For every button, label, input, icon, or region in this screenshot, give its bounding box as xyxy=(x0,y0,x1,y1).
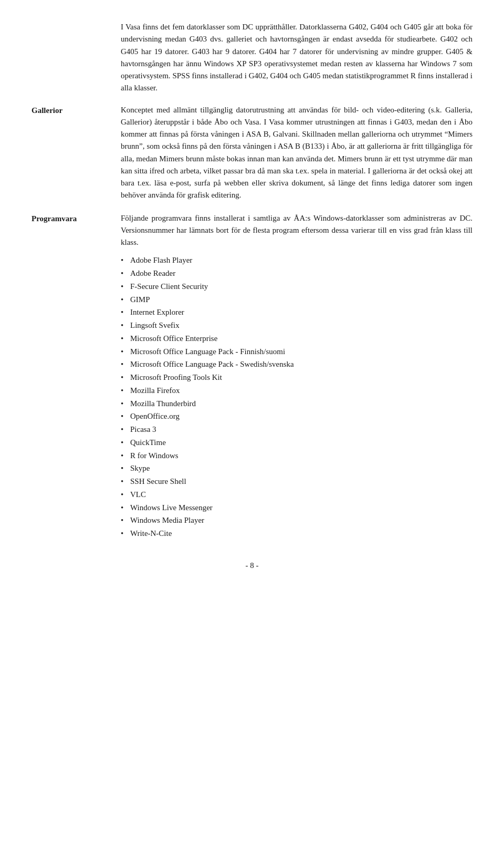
list-item: Mozilla Firefox xyxy=(121,384,472,397)
programvara-content: Följande programvara finns installerat i… xyxy=(116,212,472,540)
gallerior-paragraph1: Konceptet med allmänt tillgänglig datoru… xyxy=(116,104,472,202)
programvara-section: Programvara Följande programvara finns i… xyxy=(32,212,472,540)
list-item: Adobe Reader xyxy=(121,267,472,280)
software-list: Adobe Flash PlayerAdobe ReaderF-Secure C… xyxy=(116,254,472,540)
intro-paragraph: I Vasa finns det fem datorklasser som DC… xyxy=(121,21,472,95)
programvara-sidebar: Programvara xyxy=(32,212,116,540)
intro-content: I Vasa finns det fem datorklasser som DC… xyxy=(116,21,472,95)
list-item: VLC xyxy=(121,488,472,501)
list-item: GIMP xyxy=(121,293,472,306)
list-item: Microsoft Office Enterprise xyxy=(121,332,472,345)
list-item: Skype xyxy=(121,462,472,475)
list-item: OpenOffice.org xyxy=(121,410,472,423)
list-item: Microsoft Proofing Tools Kit xyxy=(121,371,472,384)
page-footer: - 8 - xyxy=(32,561,472,570)
list-item: Microsoft Office Language Pack - Swedish… xyxy=(121,358,472,371)
list-item: R for Windows xyxy=(121,449,472,462)
list-item: Windows Media Player xyxy=(121,514,472,527)
list-item: F-Secure Client Security xyxy=(121,280,472,293)
intro-sidebar xyxy=(32,21,116,95)
list-item: Microsoft Office Language Pack - Finnish… xyxy=(121,345,472,358)
list-item: Lingsoft Svefix xyxy=(121,319,472,332)
list-item: Adobe Flash Player xyxy=(121,254,472,267)
list-item: Picasa 3 xyxy=(121,423,472,436)
list-item: QuickTime xyxy=(121,436,472,449)
list-item: Mozilla Thunderbird xyxy=(121,397,472,410)
list-item: Windows Live Messenger xyxy=(121,501,472,514)
programvara-intro: Följande programvara finns installerat i… xyxy=(116,212,472,249)
list-item: Internet Explorer xyxy=(121,306,472,319)
list-item: Write-N-Cite xyxy=(121,527,472,540)
gallerior-sidebar: Gallerior xyxy=(32,104,116,202)
page: I Vasa finns det fem datorklasser som DC… xyxy=(0,0,504,858)
intro-block: I Vasa finns det fem datorklasser som DC… xyxy=(32,21,472,95)
programvara-label: Programvara xyxy=(32,212,77,223)
gallerior-content: Konceptet med allmänt tillgänglig datoru… xyxy=(116,104,472,202)
gallerior-section: Gallerior Konceptet med allmänt tillgäng… xyxy=(32,104,472,202)
list-item: SSH Secure Shell xyxy=(121,475,472,488)
gallerior-label: Gallerior xyxy=(32,104,62,115)
page-number: - 8 - xyxy=(246,561,259,570)
